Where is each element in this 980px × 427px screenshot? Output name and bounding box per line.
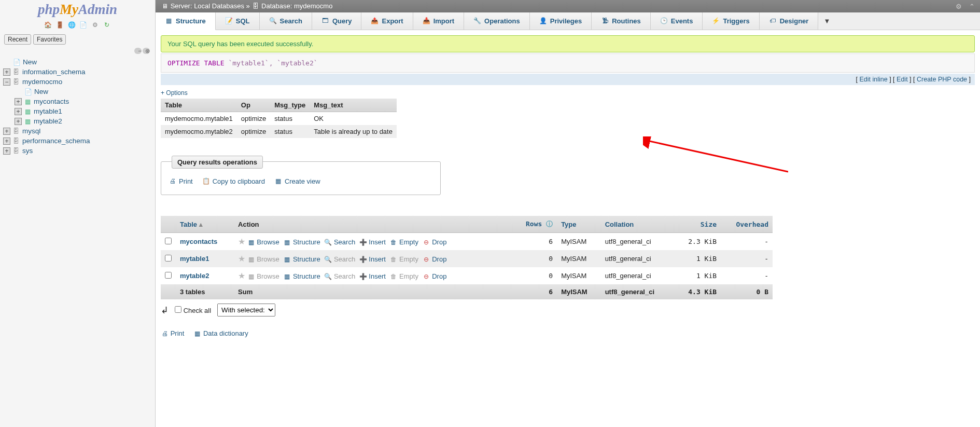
tree-mysql[interactable]: +🗄mysql (3, 126, 155, 136)
tab-import[interactable]: 📥Import (413, 12, 464, 30)
empty-link[interactable]: 🗑 Empty (390, 238, 418, 246)
col-op: Op (237, 99, 270, 112)
foot-tables: 3 tables (176, 284, 234, 299)
structure-link[interactable]: ▦ Structure (283, 238, 320, 246)
drop-link[interactable]: ⊖ Drop (423, 255, 447, 263)
check-all-checkbox[interactable] (175, 306, 181, 313)
row-checkbox[interactable] (165, 272, 172, 279)
tree-collapse-icons[interactable]: −⊗ (0, 47, 155, 55)
with-selected[interactable]: With selected: (217, 304, 275, 316)
browse-link[interactable]: ▦ Browse (247, 272, 279, 280)
tree-new[interactable]: 📄New (3, 57, 155, 67)
browse-link[interactable]: ▦ Browse (247, 255, 279, 263)
options-link[interactable]: + Options (161, 89, 188, 97)
edit-link[interactable]: Edit (897, 76, 908, 83)
tab-more[interactable]: ▼ (818, 12, 835, 30)
tree-mytable1[interactable]: +▦mytable1 (3, 106, 155, 116)
favorite-icon[interactable]: ★ (238, 237, 245, 246)
table-name-link[interactable]: mycontacts (180, 238, 217, 245)
success-message: Your SQL query has been executed success… (161, 35, 975, 52)
bc-db[interactable]: mydemocmo (294, 2, 332, 10)
create-php-link[interactable]: Create PHP code (917, 76, 967, 83)
page-settings-icon[interactable]: ⚙ (956, 3, 962, 10)
favorite-icon[interactable]: ★ (238, 254, 245, 263)
col-action: Action (234, 216, 512, 233)
db-tree: 📄New +🗄information_schema −🗄mydemocmo 📄N… (0, 55, 155, 156)
search-link[interactable]: 🔍 Search (324, 255, 355, 263)
tree-mydemo-new[interactable]: 📄New (3, 87, 155, 97)
col-type[interactable]: Type (557, 216, 601, 233)
bc-server[interactable]: Server: Local Databases (171, 2, 244, 10)
result-row: mydemocmo.mytable2optimizestatusTable is… (161, 125, 397, 138)
result-table: Table Op Msg_type Msg_text mydemocmo.myt… (161, 99, 397, 138)
row-checkbox[interactable] (165, 255, 172, 261)
copy-clipboard-link[interactable]: 📋Copy to clipboard (202, 177, 265, 185)
col-table: Table (161, 99, 237, 112)
tab-structure[interactable]: ▦Structure (156, 12, 216, 30)
query-icon[interactable]: 🌐 (68, 21, 76, 29)
table-row: mycontacts★ ▦ Browse ▦ Structure 🔍 Searc… (161, 233, 773, 251)
tree-mycontacts[interactable]: +▦mycontacts (3, 97, 155, 106)
sql-query-box: OPTIMIZE TABLE `mytable1`, `mytable2` (161, 53, 975, 73)
favorites-button[interactable]: Favorites (33, 34, 66, 45)
tree-perfschema[interactable]: +🗄performance_schema (3, 136, 155, 146)
tree-mydemocmo[interactable]: −🗄mydemocmo (3, 77, 155, 87)
tree-mytable2[interactable]: +▦mytable2 (3, 116, 155, 126)
tab-query[interactable]: 🗔Query (312, 12, 362, 30)
col-collation[interactable]: Collation (601, 216, 674, 233)
db-icon: 🗄 (251, 3, 259, 10)
page-up-icon[interactable]: ⌃ (969, 3, 975, 10)
insert-link[interactable]: ➕ Insert (359, 272, 386, 280)
table-name-link[interactable]: mytable1 (180, 255, 209, 263)
structure-link[interactable]: ▦ Structure (283, 255, 320, 263)
empty-link[interactable]: 🗑 Empty (390, 255, 418, 263)
home-icon[interactable]: 🏠 (44, 21, 52, 29)
col-rows[interactable]: Rows ⓘ (512, 216, 557, 233)
sql-footer: [ Edit inline ] [ Edit ] [ Create PHP co… (161, 74, 975, 85)
pma-logo[interactable]: phpMyAdmin (0, 0, 155, 20)
tab-events[interactable]: 🕒Events (651, 12, 703, 30)
reload-icon[interactable]: ↻ (103, 21, 111, 29)
search-link[interactable]: 🔍 Search (324, 238, 355, 246)
tab-sql[interactable]: 📝SQL (216, 12, 260, 30)
drop-link[interactable]: ⊖ Drop (423, 238, 447, 246)
favorite-icon[interactable]: ★ (238, 271, 245, 280)
logout-icon[interactable]: 🚪 (56, 21, 64, 29)
footer-data-dict-link[interactable]: ▦ Data dictionary (193, 329, 248, 338)
footer-print-link[interactable]: 🖨 Print (161, 329, 184, 338)
tree-sys[interactable]: +🗄sys (3, 146, 155, 156)
row-checkbox[interactable] (165, 238, 172, 244)
create-view-link[interactable]: ▦Create view (274, 177, 320, 185)
tree-infoschema[interactable]: +🗄information_schema (3, 67, 155, 77)
tab-privileges[interactable]: 👤Privileges (530, 12, 592, 30)
settings-icon[interactable]: ⚙ (91, 21, 99, 29)
tab-designer[interactable]: 🏷Designer (760, 12, 819, 30)
tab-search[interactable]: 🔍Search (260, 12, 312, 30)
col-overhead[interactable]: Overhead (721, 216, 773, 233)
empty-link[interactable]: 🗑 Empty (390, 272, 418, 280)
col-msgtype: Msg_type (270, 99, 310, 112)
structure-link[interactable]: ▦ Structure (283, 272, 320, 280)
quick-icons: 🏠 🚪 🌐 📄 ⚙ ↻ (0, 20, 155, 32)
tab-export[interactable]: 📤Export (361, 12, 413, 30)
tab-routines[interactable]: 🗜Routines (592, 12, 651, 30)
check-all[interactable]: Check all (175, 306, 211, 314)
tab-operations[interactable]: 🔧Operations (464, 12, 530, 30)
insert-link[interactable]: ➕ Insert (359, 238, 386, 246)
drop-link[interactable]: ⊖ Drop (423, 272, 447, 280)
ops-legend: Query results operations (172, 156, 263, 169)
edit-inline-link[interactable]: Edit inline (860, 76, 888, 83)
col-size[interactable]: Size (674, 216, 721, 233)
search-link[interactable]: 🔍 Search (324, 272, 355, 280)
recent-button[interactable]: Recent (4, 34, 31, 45)
browse-link[interactable]: ▦ Browse (247, 238, 279, 246)
docs-icon[interactable]: 📄 (79, 21, 87, 29)
foot-size: 4.3 KiB (674, 284, 721, 299)
col-msgtext: Msg_text (310, 99, 397, 112)
table-name-link[interactable]: mytable2 (180, 272, 209, 280)
table-row: mytable1★ ▦ Browse ▦ Structure 🔍 Search … (161, 250, 773, 267)
insert-link[interactable]: ➕ Insert (359, 255, 386, 263)
print-link[interactable]: 🖨Print (169, 177, 193, 185)
col-tablename[interactable]: Table ▴ (176, 216, 234, 233)
tab-triggers[interactable]: ⚡Triggers (703, 12, 759, 30)
